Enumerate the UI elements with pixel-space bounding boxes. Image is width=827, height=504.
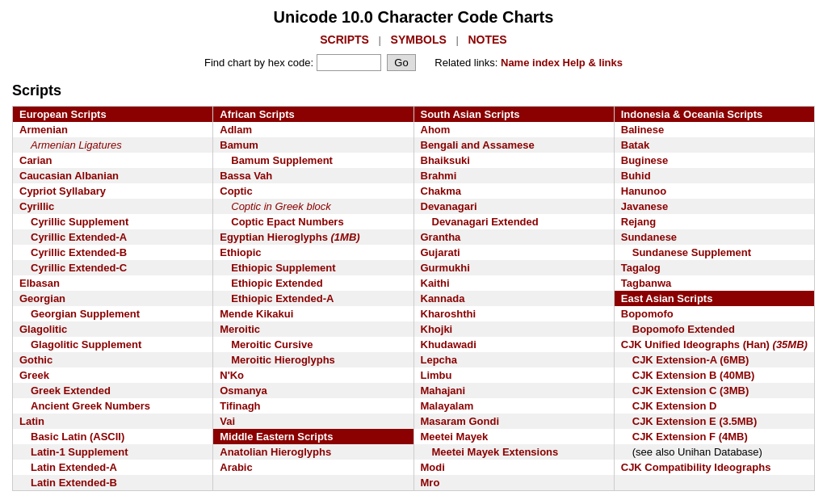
buhid-link[interactable]: Buhid <box>621 170 651 182</box>
gurmukhi-link[interactable]: Gurmukhi <box>421 262 470 274</box>
grantha-link[interactable]: Grantha <box>421 231 461 243</box>
ahom-link[interactable]: Ahom <box>421 124 451 136</box>
malayalam-link[interactable]: Malayalam <box>421 400 474 412</box>
kannada-link[interactable]: Kannada <box>421 292 465 304</box>
basic-latin-link[interactable]: Basic Latin (ASCII) <box>31 430 124 443</box>
bamum-link[interactable]: Bamum <box>220 139 258 151</box>
devanagari-extended-link[interactable]: Devanagari Extended <box>432 216 539 228</box>
nko-link[interactable]: N'Ko <box>220 369 244 381</box>
col3-header: South Asian Scripts <box>414 107 614 123</box>
kharoshthi-link[interactable]: Kharoshthi <box>421 308 476 320</box>
batak-link[interactable]: Batak <box>621 139 649 151</box>
cjk-ext-c-link[interactable]: CJK Extension C (3MB) <box>632 384 749 397</box>
coptic-link[interactable]: Coptic <box>220 185 252 197</box>
javanese-link[interactable]: Javanese <box>621 200 669 212</box>
elbasan-link[interactable]: Elbasan <box>19 277 60 289</box>
khojki-link[interactable]: Khojki <box>421 323 453 335</box>
cjk-ext-e-link[interactable]: CJK Extension E (3.5MB) <box>632 415 758 427</box>
greek-extended-link[interactable]: Greek Extended <box>31 384 111 397</box>
coptic-epact-link[interactable]: Coptic Epact Numbers <box>231 216 343 228</box>
bamum-supplement-link[interactable]: Bamum Supplement <box>231 154 333 166</box>
cjk-unified-link[interactable]: CJK Unified Ideographs (Han) (35MB) <box>621 338 808 351</box>
cjk-compat-link[interactable]: CJK Compatibility Ideographs <box>621 461 771 473</box>
glagolitic-link[interactable]: Glagolitic <box>19 323 67 335</box>
bassa-vah-link[interactable]: Bassa Vah <box>220 170 272 182</box>
egyptian-link[interactable]: Egyptian Hieroglyphs (1MB) <box>220 231 359 243</box>
armenian-link[interactable]: Armenian <box>19 124 68 136</box>
georgian-supplement-link[interactable]: Georgian Supplement <box>31 308 140 320</box>
kaithi-link[interactable]: Kaithi <box>421 277 450 289</box>
anatolian-link[interactable]: Anatolian Hieroglyphs <box>220 446 331 458</box>
cjk-ext-f-link[interactable]: CJK Extension F (4MB) <box>632 430 748 443</box>
bopomofo-link[interactable]: Bopomofo <box>621 308 674 320</box>
limbu-link[interactable]: Limbu <box>421 369 452 381</box>
ethiopic-link[interactable]: Ethiopic <box>220 246 261 258</box>
nav-notes[interactable]: NOTES <box>468 33 506 46</box>
bopomofo-extended-link[interactable]: Bopomofo Extended <box>632 323 735 335</box>
meroitic-hieroglyphs-link[interactable]: Meroitic Hieroglyphs <box>231 354 335 366</box>
help-link[interactable]: Help & links <box>563 57 623 69</box>
cyrillic-ext-a-link[interactable]: Cyrillic Extended-A <box>31 231 127 243</box>
meetei-mayek-link[interactable]: Meetei Mayek <box>421 430 489 443</box>
ancient-greek-link[interactable]: Ancient Greek Numbers <box>31 400 150 412</box>
mende-kikakui-link[interactable]: Mende Kikakui <box>220 308 293 320</box>
tagalog-link[interactable]: Tagalog <box>621 262 661 274</box>
devanagari-link[interactable]: Devanagari <box>421 200 477 212</box>
latin-ext-b-link[interactable]: Latin Extended-B <box>31 477 117 489</box>
ethiopic-supplement-link[interactable]: Ethiopic Supplement <box>231 262 335 274</box>
balinese-link[interactable]: Balinese <box>621 124 664 136</box>
cjk-ext-a-link[interactable]: CJK Extension-A (6MB) <box>632 354 749 366</box>
latin-ext-a-link[interactable]: Latin Extended-A <box>31 461 117 473</box>
search-input[interactable] <box>317 54 381 71</box>
brahmi-link[interactable]: Brahmi <box>421 170 457 182</box>
gujarati-link[interactable]: Gujarati <box>421 246 460 258</box>
gothic-link[interactable]: Gothic <box>19 354 52 366</box>
khudawadi-link[interactable]: Khudawadi <box>421 338 476 351</box>
buginese-link[interactable]: Buginese <box>621 154 669 166</box>
coptic-greek-link[interactable]: Coptic in Greek block <box>231 200 331 212</box>
carian-link[interactable]: Carian <box>19 154 52 166</box>
cyrillic-supplement-link[interactable]: Cyrillic Supplement <box>31 216 128 228</box>
mro-link[interactable]: Mro <box>421 477 440 489</box>
cyrillic-ext-c-link[interactable]: Cyrillic Extended-C <box>31 262 127 274</box>
cjk-ext-b-link[interactable]: CJK Extension B (40MB) <box>632 369 755 381</box>
cyrillic-ext-b-link[interactable]: Cyrillic Extended-B <box>31 246 127 258</box>
tifinagh-link[interactable]: Tifinagh <box>220 400 260 412</box>
hanunoo-link[interactable]: Hanunoo <box>621 185 666 197</box>
adlam-link[interactable]: Adlam <box>220 124 252 136</box>
name-index-link[interactable]: Name index <box>501 57 560 69</box>
meetei-mayek-ext-link[interactable]: Meetei Mayek Extensions <box>432 446 559 458</box>
arabic-link[interactable]: Arabic <box>220 461 252 473</box>
caucasian-albanian-link[interactable]: Caucasian Albanian <box>19 170 119 182</box>
greek-link[interactable]: Greek <box>19 369 49 381</box>
latin-link[interactable]: Latin <box>19 415 44 427</box>
search-bar: Find chart by hex code: Go Related links… <box>12 54 815 71</box>
glagolitic-supplement-link[interactable]: Glagolitic Supplement <box>31 338 141 351</box>
vai-link[interactable]: Vai <box>220 415 235 427</box>
meroitic-cursive-link[interactable]: Meroitic Cursive <box>231 338 313 351</box>
ethiopic-ext-a-link[interactable]: Ethiopic Extended-A <box>231 292 334 304</box>
cjk-ext-d-link[interactable]: CJK Extension D <box>632 400 717 412</box>
armenian-ligatures-link[interactable]: Armenian Ligatures <box>31 139 122 151</box>
nav-scripts[interactable]: SCRIPTS <box>320 33 369 46</box>
mahajani-link[interactable]: Mahajani <box>421 384 466 397</box>
lepcha-link[interactable]: Lepcha <box>421 354 458 366</box>
sundanese-supplement-link[interactable]: Sundanese Supplement <box>632 246 751 258</box>
ethiopic-extended-link[interactable]: Ethiopic Extended <box>231 277 322 289</box>
nav-symbols[interactable]: SYMBOLS <box>391 33 447 46</box>
rejang-link[interactable]: Rejang <box>621 216 656 228</box>
sundanese-link[interactable]: Sundanese <box>621 231 677 243</box>
cyrillic-link[interactable]: Cyrillic <box>19 200 54 212</box>
latin-1-link[interactable]: Latin-1 Supplement <box>31 446 128 458</box>
meroitic-link[interactable]: Meroitic <box>220 323 260 335</box>
osmanya-link[interactable]: Osmanya <box>220 384 267 397</box>
modi-link[interactable]: Modi <box>421 461 445 473</box>
tagbanwa-link[interactable]: Tagbanwa <box>621 277 672 289</box>
bhaiksuki-link[interactable]: Bhaiksuki <box>421 154 470 166</box>
georgian-link[interactable]: Georgian <box>19 292 65 304</box>
chakma-link[interactable]: Chakma <box>421 185 462 197</box>
masaram-gondi-link[interactable]: Masaram Gondi <box>421 415 500 427</box>
go-button[interactable]: Go <box>387 54 415 71</box>
cypriot-link[interactable]: Cypriot Syllabary <box>19 185 106 197</box>
bengali-link[interactable]: Bengali and Assamese <box>421 139 535 151</box>
